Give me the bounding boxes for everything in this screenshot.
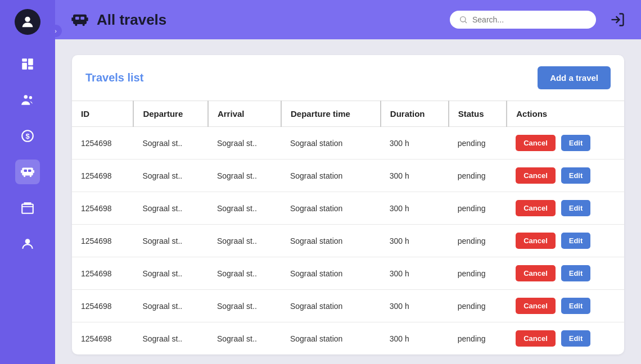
cell-id: 1254698 xyxy=(72,192,133,225)
content-area: Travels list Add a travel ID Departure A… xyxy=(55,39,641,364)
profile-icon xyxy=(20,236,35,251)
cell-duration: 300 h xyxy=(381,127,449,160)
cell-status: pending xyxy=(449,257,507,290)
sidebar-item-finance[interactable]: $ xyxy=(15,124,40,148)
svg-line-29 xyxy=(465,21,467,23)
svg-rect-9 xyxy=(22,167,33,175)
svg-rect-14 xyxy=(21,170,22,173)
table-row: 1254698 Sograal st.. Sograal st.. Sograa… xyxy=(72,127,624,160)
cancel-button[interactable]: Cancel xyxy=(516,330,556,347)
edit-button[interactable]: Edit xyxy=(561,330,591,347)
table-row: 1254698 Sograal st.. Sograal st.. Sograa… xyxy=(72,160,624,192)
cell-actions: Cancel Edit xyxy=(507,127,624,160)
search-input[interactable] xyxy=(472,15,587,24)
cell-departure: Sograal st.. xyxy=(133,160,208,192)
cell-status: pending xyxy=(449,127,507,160)
col-departure: Departure xyxy=(133,101,208,127)
edit-button[interactable]: Edit xyxy=(561,265,591,281)
edit-button[interactable]: Edit xyxy=(561,298,591,314)
svg-rect-16 xyxy=(22,204,33,213)
cell-actions: Cancel Edit xyxy=(507,160,624,192)
cell-arrival: Sograal st.. xyxy=(208,322,281,355)
col-actions: Actions xyxy=(507,101,624,127)
svg-point-6 xyxy=(29,96,32,99)
svg-rect-17 xyxy=(24,202,31,204)
cell-departure: Sograal st.. xyxy=(133,127,208,160)
svg-rect-11 xyxy=(28,170,31,172)
cell-arrival: Sograal st.. xyxy=(208,127,281,160)
search-icon xyxy=(459,15,468,24)
edit-button[interactable]: Edit xyxy=(561,135,591,151)
cancel-button[interactable]: Cancel xyxy=(516,200,556,216)
table-header-row: ID Departure Arrival Departure time Dura… xyxy=(72,101,624,127)
table-row: 1254698 Sograal st.. Sograal st.. Sograa… xyxy=(72,192,624,225)
cancel-button[interactable]: Cancel xyxy=(516,233,556,249)
bus-header-icon xyxy=(71,11,89,29)
table-row: 1254698 Sograal st.. Sograal st.. Sograa… xyxy=(72,257,624,290)
cancel-button[interactable]: Cancel xyxy=(516,135,556,151)
cell-departure: Sograal st.. xyxy=(133,192,208,225)
svg-rect-2 xyxy=(22,63,27,70)
cell-arrival: Sograal st.. xyxy=(208,160,281,192)
cell-departure-time: Sograal station xyxy=(281,257,381,290)
cell-status: pending xyxy=(449,322,507,355)
logout-icon xyxy=(610,12,625,28)
edit-button[interactable]: Edit xyxy=(561,233,591,249)
cell-departure-time: Sograal station xyxy=(281,127,381,160)
cell-id: 1254698 xyxy=(72,290,133,322)
svg-point-5 xyxy=(24,95,28,99)
cancel-button[interactable]: Cancel xyxy=(516,167,556,184)
cell-actions: Cancel Edit xyxy=(507,257,624,290)
card-header: Travels list Add a travel xyxy=(72,55,624,101)
sidebar-item-buildings[interactable] xyxy=(15,195,40,220)
cancel-button[interactable]: Cancel xyxy=(516,265,556,281)
sidebar-item-travels[interactable] xyxy=(15,160,40,184)
sidebar-item-users[interactable] xyxy=(15,88,40,112)
svg-point-13 xyxy=(30,175,31,177)
table-body: 1254698 Sograal st.. Sograal st.. Sograa… xyxy=(72,127,624,355)
logout-button[interactable] xyxy=(610,12,625,28)
cell-duration: 300 h xyxy=(381,192,449,225)
edit-button[interactable]: Edit xyxy=(561,167,591,184)
users-icon xyxy=(20,93,35,107)
cell-duration: 300 h xyxy=(381,257,449,290)
cell-departure-time: Sograal station xyxy=(281,192,381,225)
edit-button[interactable]: Edit xyxy=(561,200,591,216)
svg-point-12 xyxy=(24,175,25,177)
sidebar-item-profile[interactable] xyxy=(15,231,40,256)
cell-departure: Sograal st.. xyxy=(133,225,208,257)
cell-actions: Cancel Edit xyxy=(507,225,624,257)
cell-arrival: Sograal st.. xyxy=(208,192,281,225)
money-icon: $ xyxy=(20,129,35,143)
cell-departure-time: Sograal station xyxy=(281,225,381,257)
add-travel-button[interactable]: Add a travel xyxy=(538,66,611,89)
avatar-icon xyxy=(20,14,35,30)
table-row: 1254698 Sograal st.. Sograal st.. Sograa… xyxy=(72,322,624,355)
svg-rect-22 xyxy=(75,17,79,20)
travels-card: Travels list Add a travel ID Departure A… xyxy=(72,55,624,354)
bus-icon xyxy=(20,165,35,179)
cell-status: pending xyxy=(449,290,507,322)
cell-status: pending xyxy=(449,225,507,257)
cell-actions: Cancel Edit xyxy=(507,290,624,322)
main-area: All travels Travels list Add a travel ID… xyxy=(55,0,641,364)
svg-rect-1 xyxy=(22,58,27,61)
svg-point-20 xyxy=(25,239,30,244)
sidebar-toggle[interactable]: › xyxy=(49,25,62,37)
cell-duration: 300 h xyxy=(381,225,449,257)
svg-point-0 xyxy=(25,17,30,22)
col-departure-time: Departure time xyxy=(281,101,381,127)
sidebar-item-dashboard[interactable] xyxy=(15,52,40,76)
cell-id: 1254698 xyxy=(72,160,133,192)
svg-rect-19 xyxy=(28,209,30,211)
cell-actions: Cancel Edit xyxy=(507,322,624,355)
cancel-button[interactable]: Cancel xyxy=(516,298,556,314)
svg-text:$: $ xyxy=(25,132,30,140)
svg-rect-21 xyxy=(73,15,87,24)
header-bus-icon xyxy=(71,11,89,29)
cell-duration: 300 h xyxy=(381,160,449,192)
travels-table: ID Departure Arrival Departure time Dura… xyxy=(72,101,624,354)
svg-point-24 xyxy=(75,24,77,26)
card-title: Travels list xyxy=(85,71,143,84)
cell-departure: Sograal st.. xyxy=(133,290,208,322)
